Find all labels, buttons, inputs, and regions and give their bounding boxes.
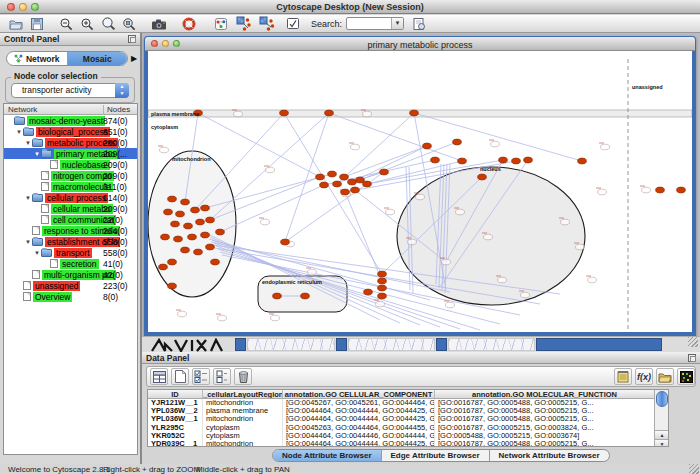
tree-row[interactable]: nitrogen compo209(0): [4, 170, 137, 181]
network-node[interactable]: [176, 211, 185, 217]
tree-column-nodes[interactable]: Nodes: [103, 105, 130, 115]
tree-row[interactable]: ▼biological_process651(0): [4, 126, 137, 137]
disclosure-triangle-icon[interactable]: ▼: [33, 151, 41, 157]
tree-row[interactable]: cellular metabo209(0): [4, 203, 137, 214]
network-node[interactable]: [280, 110, 289, 116]
network-node[interactable]: [499, 157, 508, 163]
network-node[interactable]: [206, 244, 215, 250]
select-attributes-button[interactable]: [192, 368, 210, 385]
tab-edge-attribute-browser[interactable]: Edge Attribute Browser: [381, 450, 489, 461]
network-tool-2-button[interactable]: [259, 16, 275, 32]
tree-row[interactable]: macromolecule311(0): [4, 181, 137, 192]
disclosure-triangle-icon[interactable]: ▼: [24, 140, 32, 146]
network-node[interactable]: [184, 223, 193, 229]
background-window-content[interactable]: [247, 338, 335, 351]
network-node[interactable]: [378, 271, 387, 277]
background-window-corner[interactable]: [235, 338, 246, 351]
network-node[interactable]: [181, 199, 190, 205]
network-node-outline[interactable]: [576, 244, 585, 250]
network-node-outline[interactable]: [261, 219, 270, 225]
network-node-outline[interactable]: [218, 315, 227, 321]
network-node[interactable]: [423, 143, 432, 149]
network-node[interactable]: [196, 219, 205, 225]
table-row[interactable]: YKR052Ccytoplasm[GO:0044464, GO:0044446,…: [148, 432, 668, 440]
tree-row[interactable]: unassigned223(0): [4, 280, 137, 291]
network-edge[interactable]: [414, 113, 582, 161]
search-dropdown-icon[interactable]: ▼: [391, 18, 403, 29]
tab-overflow-arrow[interactable]: ▶: [131, 54, 137, 63]
network-node-outline[interactable]: [484, 234, 493, 240]
network-node-outline[interactable]: [308, 269, 317, 275]
delete-attribute-button[interactable]: [234, 368, 252, 385]
network-node-outline[interactable]: [442, 259, 451, 265]
tab-network[interactable]: Network: [7, 52, 67, 65]
network-node-outline[interactable]: [234, 111, 243, 117]
function-builder-button[interactable]: f(x): [635, 368, 653, 385]
network-node[interactable]: [453, 139, 462, 145]
network-node[interactable]: [351, 187, 360, 193]
tab-network-attribute-browser[interactable]: Network Attribute Browser: [489, 450, 609, 461]
open-session-button[interactable]: [8, 16, 24, 32]
network-node-outline[interactable]: [416, 194, 425, 200]
background-window-corner[interactable]: [436, 338, 447, 351]
network-node[interactable]: [333, 181, 342, 187]
float-data-panel-icon[interactable]: [688, 354, 696, 362]
network-node[interactable]: [378, 293, 387, 299]
network-node-outline[interactable]: [408, 239, 417, 245]
network-node[interactable]: [201, 205, 210, 211]
network-node[interactable]: [512, 158, 521, 164]
network-node[interactable]: [301, 293, 310, 299]
network-node[interactable]: [191, 207, 200, 213]
network-node[interactable]: [168, 196, 177, 202]
network-node[interactable]: [578, 158, 587, 164]
tab-node-attribute-browser[interactable]: Node Attribute Browser: [273, 450, 381, 461]
network-node[interactable]: [194, 249, 203, 255]
save-session-button[interactable]: [29, 16, 45, 32]
network-node-outline[interactable]: [588, 277, 597, 283]
background-window-content[interactable]: [448, 338, 535, 351]
network-node[interactable]: [656, 187, 665, 193]
tree-column-network[interactable]: Network: [8, 105, 37, 114]
zoom-fit-button[interactable]: [100, 16, 116, 32]
vizmapper-button[interactable]: [213, 16, 229, 32]
search-options-button[interactable]: [285, 16, 301, 32]
network-node[interactable]: [431, 157, 440, 163]
network-node-outline[interactable]: [178, 311, 187, 317]
network-node[interactable]: [363, 181, 372, 187]
window-resize-grip[interactable]: [689, 464, 699, 474]
column-header[interactable]: _cellularLayoutRegion: [203, 390, 283, 398]
network-node[interactable]: [206, 217, 215, 223]
new-attribute-button[interactable]: [171, 368, 189, 385]
search-input[interactable]: [348, 19, 390, 28]
import-attributes-button[interactable]: [656, 368, 674, 385]
zoom-selected-region-button[interactable]: [121, 16, 137, 32]
network-node[interactable]: [216, 229, 225, 235]
network-node[interactable]: [364, 289, 373, 295]
attribute-matrix-button[interactable]: [677, 368, 695, 385]
network-node-outline[interactable]: [598, 189, 607, 195]
zoom-out-button[interactable]: [58, 16, 74, 32]
network-node-outline[interactable]: [271, 315, 280, 321]
column-header[interactable]: annotation.GO MOLECULAR_FUNCTION: [435, 390, 655, 398]
network-node[interactable]: [524, 157, 533, 163]
network-node-outline[interactable]: [160, 147, 169, 153]
tree-row[interactable]: Overview8(0): [4, 291, 137, 302]
network-node-outline[interactable]: [491, 141, 500, 147]
column-header[interactable]: ID: [148, 390, 203, 398]
tree-row[interactable]: secretion41(0): [4, 258, 137, 269]
network-node[interactable]: [281, 239, 290, 245]
network-node[interactable]: [181, 247, 190, 253]
attribute-table-button[interactable]: [150, 368, 168, 385]
network-view-titlebar[interactable]: primary metabolic process: [145, 37, 695, 51]
background-window-corner[interactable]: [336, 338, 347, 351]
network-node[interactable]: [325, 110, 334, 116]
table-row[interactable]: YJR121W__1mitochondrion[GO:0045267, GO:0…: [148, 399, 668, 407]
network-node[interactable]: [316, 174, 325, 180]
network-node[interactable]: [328, 171, 337, 177]
network-tool-1-button[interactable]: [236, 16, 252, 32]
tree-row[interactable]: ▼primary metabo209(...: [4, 148, 137, 159]
tree-row[interactable]: ▼cellular process614(0): [4, 192, 137, 203]
scroll-up-icon[interactable]: ▲: [655, 430, 669, 439]
background-window-content[interactable]: [348, 338, 435, 351]
network-node[interactable]: [164, 209, 173, 215]
